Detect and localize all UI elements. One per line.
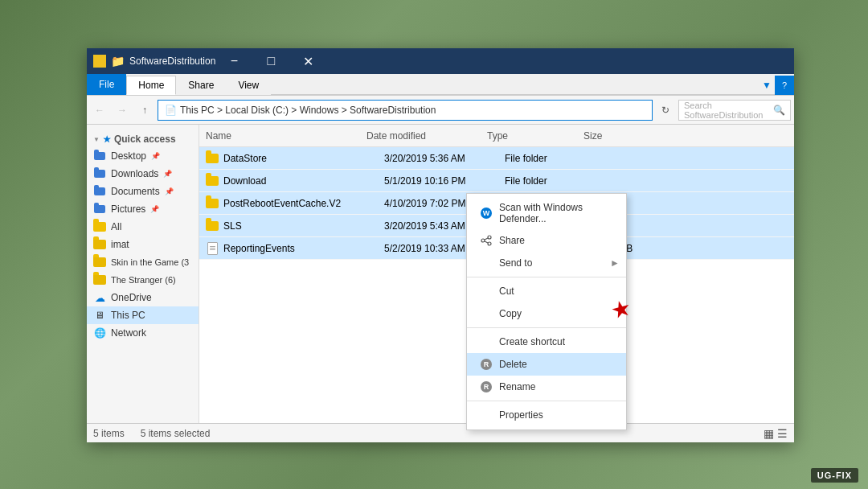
- delete-icon: R: [480, 358, 493, 371]
- copy-icon: [480, 307, 493, 320]
- ctx-create-shortcut[interactable]: Create shortcut: [467, 331, 626, 353]
- details-view-icon[interactable]: ▦: [764, 427, 774, 440]
- col-header-type[interactable]: Type: [487, 130, 583, 142]
- sidebar-item-downloads[interactable]: Downloads 📌: [87, 165, 199, 183]
- ctx-cut-label: Cut: [499, 286, 514, 297]
- ctx-sendto[interactable]: Send to ►: [467, 252, 626, 274]
- explorer-window: 📁 SoftwareDistribution − □ ✕ File Home S…: [87, 48, 794, 442]
- pictures-pin-icon: 📌: [150, 205, 159, 213]
- items-count: 5 items: [93, 428, 125, 439]
- ctx-share[interactable]: Share: [467, 229, 626, 252]
- ctx-cut[interactable]: Cut: [467, 280, 626, 302]
- share-icon: [480, 234, 493, 247]
- watermark: UG-FIX: [811, 468, 858, 483]
- ctx-delete[interactable]: R Delete: [467, 353, 626, 376]
- file-name: DataStore: [223, 153, 384, 164]
- sidebar-stranger-label: The Stranger (6): [111, 275, 176, 285]
- svg-rect-3: [100, 62, 104, 66]
- document-icon: [206, 242, 219, 255]
- sidebar-item-documents[interactable]: Documents 📌: [87, 183, 199, 200]
- file-list-header: Name Date modified Type Size: [199, 125, 794, 147]
- window-folder-icon: 📁: [111, 55, 125, 68]
- sidebar-item-thispc[interactable]: 🖥 This PC: [87, 306, 199, 324]
- cut-icon: [480, 285, 493, 298]
- refresh-button[interactable]: ↻: [656, 101, 675, 120]
- ribbon-expand-button[interactable]: ▼: [759, 76, 775, 95]
- sidebar-item-pictures[interactable]: Pictures 📌: [87, 200, 199, 218]
- folder-icon: [206, 175, 219, 187]
- ctx-scan-defender[interactable]: W Scan with Windows Defender...: [467, 197, 626, 229]
- file-name: ReportingEvents: [223, 243, 384, 254]
- imat-folder-icon: [93, 238, 106, 251]
- minimize-button[interactable]: −: [215, 48, 252, 74]
- up-button[interactable]: ↑: [135, 101, 154, 120]
- list-view-icon[interactable]: ☰: [777, 427, 788, 440]
- ctx-properties[interactable]: Properties: [467, 404, 626, 426]
- defender-icon: W: [480, 207, 493, 220]
- breadcrumb-home-icon: 📄: [165, 105, 177, 116]
- sidebar-header-quickaccess[interactable]: ▼ ★ Quick access: [87, 131, 199, 147]
- ctx-rename-label: Rename: [499, 381, 535, 392]
- sidebar-item-skin[interactable]: Skin in the Game (3: [87, 253, 199, 271]
- sidebar-network-label: Network: [111, 327, 146, 339]
- folder-icon: [206, 152, 219, 165]
- sidebar-thispc-label: This PC: [111, 310, 145, 321]
- help-button[interactable]: ?: [775, 76, 794, 95]
- ctx-shortcut-label: Create shortcut: [499, 336, 565, 347]
- tab-view[interactable]: View: [226, 76, 271, 95]
- sidebar-item-network[interactable]: 🌐 Network: [87, 324, 199, 342]
- properties-icon: [480, 409, 493, 421]
- ctx-sendto-label: Send to: [499, 257, 532, 269]
- col-header-size[interactable]: Size: [583, 130, 648, 142]
- col-header-date[interactable]: Date modified: [366, 130, 487, 142]
- folder-icon: [206, 197, 219, 210]
- sidebar-item-stranger[interactable]: The Stranger (6): [87, 271, 199, 289]
- search-bar[interactable]: Search SoftwareDistribution 🔍: [678, 100, 791, 121]
- back-button[interactable]: ←: [90, 101, 109, 120]
- status-bar: 5 items 5 items selected ▦ ☰: [87, 423, 794, 442]
- search-placeholder: Search SoftwareDistribution: [684, 101, 770, 120]
- svg-point-6: [488, 242, 491, 245]
- file-name: Download: [223, 175, 384, 187]
- desktop-pin-icon: 📌: [151, 152, 160, 160]
- address-bar: ← → ↑ 📄 This PC > Local Disk (C:) > Wind…: [87, 96, 794, 125]
- close-button[interactable]: ✕: [289, 48, 326, 74]
- quickaccess-star-icon: ★: [103, 134, 111, 145]
- sidebar-item-desktop[interactable]: Desktop 📌: [87, 147, 199, 165]
- ctx-divider-3: [467, 401, 626, 401]
- svg-point-5: [481, 239, 485, 242]
- ctx-rename[interactable]: R Rename: [467, 376, 626, 398]
- title-bar-left: 📁 SoftwareDistribution: [93, 55, 215, 68]
- file-name: SLS: [223, 220, 384, 232]
- sidebar-item-onedrive[interactable]: ☁ OneDrive: [87, 289, 199, 306]
- onedrive-icon: ☁: [93, 291, 106, 304]
- view-controls: ▦ ☰: [764, 427, 788, 440]
- forward-button[interactable]: →: [113, 101, 132, 120]
- address-path[interactable]: 📄 This PC > Local Disk (C:) > Windows > …: [158, 100, 653, 121]
- maximize-button[interactable]: □: [252, 48, 289, 74]
- sidebar: ▼ ★ Quick access Desktop 📌 Downloads 📌 D…: [87, 125, 199, 423]
- table-row[interactable]: Download 5/1/2019 10:16 PM File folder: [199, 170, 794, 192]
- sidebar-item-all[interactable]: All: [87, 218, 199, 236]
- title-controls: − □ ✕: [215, 48, 326, 74]
- ctx-properties-label: Properties: [499, 409, 543, 421]
- svg-line-7: [485, 238, 488, 240]
- file-name: PostRebootEventCache.V2: [223, 198, 384, 209]
- ctx-copy-label: Copy: [499, 308, 522, 319]
- selected-count: 5 items selected: [141, 428, 211, 439]
- tab-home[interactable]: Home: [126, 76, 176, 95]
- tab-file[interactable]: File: [87, 74, 126, 95]
- network-icon: 🌐: [93, 327, 106, 339]
- breadcrumb-path: This PC > Local Disk (C:) > Windows > So…: [180, 105, 436, 116]
- sidebar-item-imat[interactable]: imat: [87, 236, 199, 253]
- ctx-copy[interactable]: Copy: [467, 302, 626, 325]
- table-row[interactable]: DataStore 3/20/2019 5:36 AM File folder: [199, 147, 794, 170]
- quickaccess-label: Quick access: [114, 134, 176, 145]
- ribbon-tabs: File Home Share View ▼ ?: [87, 74, 794, 95]
- search-icon: 🔍: [773, 105, 785, 116]
- documents-icon: [93, 185, 106, 198]
- window-icon: [93, 55, 106, 68]
- desktop-icon: [93, 150, 106, 162]
- tab-share[interactable]: Share: [176, 76, 226, 95]
- col-header-name[interactable]: Name: [206, 130, 366, 142]
